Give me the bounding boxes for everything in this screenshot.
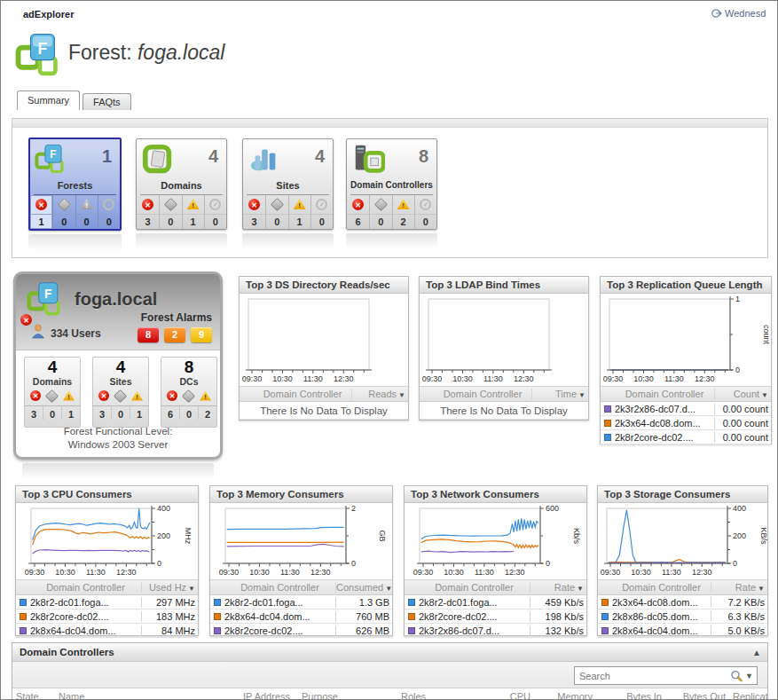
table-row[interactable]: 2k8x64-dc04.dom...760 MB xyxy=(210,610,392,624)
svg-text:0: 0 xyxy=(351,559,356,568)
table-row[interactable]: 2k3x64-dc08.dom...7.2 KB/s xyxy=(598,595,767,610)
search-options-caret-icon[interactable]: ▼ xyxy=(745,672,753,680)
tile-count: 4 xyxy=(208,146,218,167)
table-row[interactable]: 2k3r2x86-dc07.d...132 Kb/s xyxy=(405,624,586,638)
sign-out-icon[interactable] xyxy=(711,8,722,19)
status-warning[interactable]: 2 xyxy=(392,195,414,229)
panel-title: Top 3 Network Consumers xyxy=(405,486,586,503)
status-critical[interactable]: 0 xyxy=(52,195,75,229)
svg-text:10:30: 10:30 xyxy=(249,568,270,577)
column-state[interactable]: State xyxy=(12,691,55,700)
svg-text:0: 0 xyxy=(546,559,550,568)
column-name[interactable]: Name xyxy=(55,691,240,700)
status-normal[interactable]: 0 xyxy=(310,195,333,229)
critical-icon xyxy=(114,389,128,403)
status-critical[interactable]: 0 xyxy=(369,195,391,229)
warning-alarm-badge[interactable]: 9 xyxy=(191,327,212,342)
table-row[interactable]: 2k8r2-dc01.foga...1.3 GB xyxy=(210,595,392,610)
status-normal[interactable]: 0 xyxy=(98,195,120,229)
tile-sites[interactable]: 4 Sites 3 0 1 0 xyxy=(242,138,334,230)
fatal-alarm-badge[interactable]: 8 xyxy=(138,327,159,342)
column-purpose[interactable]: Purpose xyxy=(298,691,397,700)
table-row[interactable]: 2k8x64-dc04.dom...84 MHz xyxy=(16,624,198,638)
status-warning[interactable]: 0 xyxy=(75,195,98,229)
table-row[interactable]: 2k8r2core-dc02....183 MHz xyxy=(16,610,198,624)
table-row[interactable]: 2k8r2-dc01.foga...459 Kb/s xyxy=(405,595,586,610)
column-reads-sort[interactable]: Reads▼ xyxy=(351,389,408,399)
series-swatch xyxy=(214,613,221,620)
svg-text:0: 0 xyxy=(735,366,740,374)
column-cpu[interactable]: CPU xyxy=(483,691,534,700)
status-critical[interactable]: 0 xyxy=(265,195,287,229)
series-swatch xyxy=(408,627,415,634)
fatal-icon xyxy=(30,390,41,401)
status-normal[interactable]: 0 xyxy=(204,195,226,229)
svg-text:09:30: 09:30 xyxy=(413,568,433,577)
column-rate-sort[interactable]: Rate▼ xyxy=(530,582,586,593)
status-warning[interactable]: 1 xyxy=(288,195,310,229)
svg-text:10:30: 10:30 xyxy=(444,568,464,577)
tile-reflection xyxy=(242,233,334,249)
column-used-hz-sort[interactable]: Used Hz▼ xyxy=(141,582,198,593)
table-row[interactable]: 2k8x64-dc04.dom...5.0 KB/s xyxy=(598,624,767,638)
status-warning[interactable]: 1 xyxy=(182,195,204,229)
warning-icon xyxy=(81,199,93,209)
tab-summary[interactable]: Summary xyxy=(17,90,80,110)
tile-domains[interactable]: 4 Domains 3 0 1 0 xyxy=(136,138,227,230)
column-replication[interactable]: Replication xyxy=(729,691,768,700)
search-input[interactable] xyxy=(575,671,730,681)
status-critical[interactable]: 0 xyxy=(159,195,181,229)
sort-arrow-icon: ▼ xyxy=(398,391,405,399)
svg-text:10:30: 10:30 xyxy=(272,374,293,383)
table-row[interactable]: 2k3x64-dc08.dom...0.00 count xyxy=(601,416,771,430)
tab-faqts[interactable]: FAQts xyxy=(83,93,131,110)
panel-storage-consumers: Top 3 Storage Consumers 09:3010:3011:301… xyxy=(597,485,768,636)
column-count-sort[interactable]: Count▼ xyxy=(714,389,771,399)
status-fatal[interactable]: 3 xyxy=(137,195,159,229)
tile-forests[interactable]: F 1 Forests 1 0 0 0 xyxy=(28,138,122,231)
no-data-message: There Is No Data To Display xyxy=(240,402,408,420)
panel-ds-directory-reads: Top 3 DS Directory Reads/sec 09:3010:301… xyxy=(239,276,409,421)
svg-text:11:30: 11:30 xyxy=(474,568,493,577)
svg-text:12:30: 12:30 xyxy=(692,568,712,577)
critical-alarm-badge[interactable]: 2 xyxy=(164,327,185,342)
domain-controllers-header: Domain Controllers ▲ xyxy=(12,643,767,662)
table-row[interactable]: 2k8r2core-dc02....0.00 count xyxy=(601,430,771,444)
subtile-domains[interactable]: 4 Domains 301 xyxy=(24,357,81,428)
fatal-icon xyxy=(35,199,47,210)
dc-table-header: State Name IP Address Purpose Roles CPU … xyxy=(12,688,767,700)
collapse-icon[interactable]: ▲ xyxy=(752,643,761,662)
column-bytes-out[interactable]: Bytes Out xyxy=(665,691,729,700)
subtile-dcs[interactable]: 8 DCs 602 xyxy=(161,357,217,428)
search-box[interactable]: ▼ xyxy=(574,666,758,685)
column-domain-controller: Domain Controller xyxy=(419,582,530,593)
sort-arrow-icon: ▼ xyxy=(758,585,765,593)
column-ip-address[interactable]: IP Address xyxy=(240,691,298,700)
column-time-sort[interactable]: Time▼ xyxy=(531,389,588,399)
status-normal[interactable]: 0 xyxy=(414,195,436,229)
column-memory[interactable]: Memory xyxy=(534,691,596,700)
column-roles[interactable]: Roles xyxy=(397,691,483,700)
column-consumed-sort[interactable]: Consumed▼ xyxy=(335,582,392,593)
status-fatal[interactable]: 1 xyxy=(30,195,52,229)
search-icon[interactable] xyxy=(730,670,743,682)
users-icon xyxy=(31,324,45,339)
app-title: adExplorer xyxy=(23,9,74,20)
table-row[interactable]: 2k8r2core-dc02....198 Kb/s xyxy=(405,610,586,624)
tile-domain-controllers[interactable]: 8 Domain Controllers 6 0 2 0 xyxy=(346,138,437,230)
column-rate-sort[interactable]: Rate▼ xyxy=(711,582,767,593)
column-bytes-in[interactable]: Bytes In xyxy=(596,691,665,700)
table-row[interactable]: 2k3r2x86-dc07.d...0.00 count xyxy=(601,402,771,416)
forest-summary-card[interactable]: F foga.local 334 Users Forest Alarms 8 2… xyxy=(13,271,223,460)
status-fatal[interactable]: 3 xyxy=(243,195,265,229)
table-row[interactable]: 2k8x86-dc05.dom...6.3 KB/s xyxy=(598,610,767,624)
table-row[interactable]: 2k8r2core-dc02....626 MB xyxy=(210,624,392,638)
cpu-consumers-chart: 09:3010:3011:3012:300200400MHz xyxy=(16,503,198,579)
svg-text:10:30: 10:30 xyxy=(633,374,654,383)
table-row[interactable]: 2k8r2-dc01.foga...297 MHz xyxy=(16,595,198,610)
status-fatal[interactable]: 6 xyxy=(347,195,369,229)
panel-title: Top 3 CPU Consumers xyxy=(16,486,198,503)
series-swatch xyxy=(408,599,415,606)
subtile-sites[interactable]: 4 Sites 301 xyxy=(92,357,149,428)
series-swatch xyxy=(214,599,221,606)
